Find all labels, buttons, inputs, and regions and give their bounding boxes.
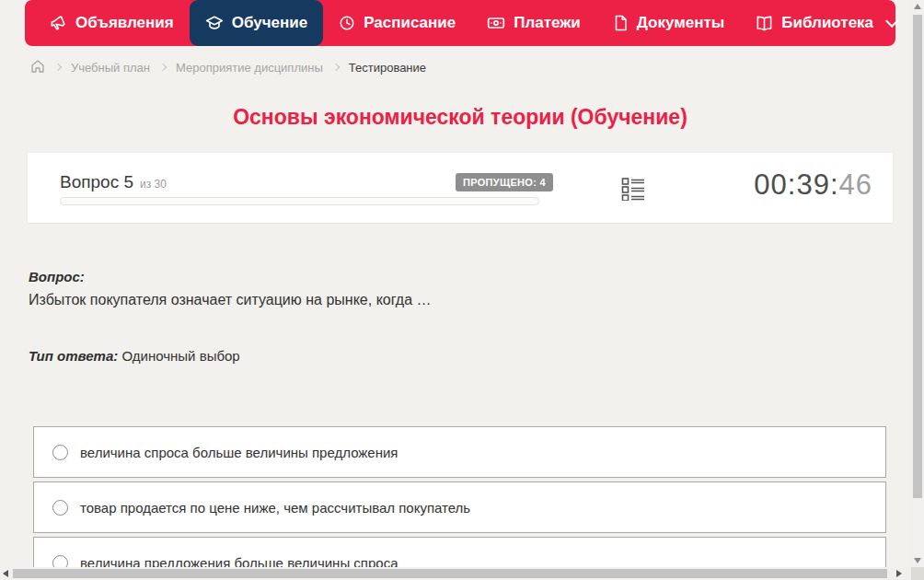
chevron-down-icon <box>885 15 898 28</box>
skipped-badge: ПРОПУЩЕНО: 4 <box>456 173 553 191</box>
nav-tab-announcements[interactable]: Объявления <box>34 0 190 46</box>
horizontal-scrollbar-thumb[interactable] <box>13 569 887 578</box>
breadcrumb: Учебный план Мероприятие дисциплины Тест… <box>30 57 426 77</box>
graduation-cap-icon <box>205 14 224 32</box>
answer-type-row: Тип ответа: Одиночный выбор <box>29 348 240 364</box>
nav-tab-label: Библиотека <box>781 14 873 32</box>
nav-tab-label: Платежи <box>514 14 581 32</box>
answer-type-label: Тип ответа: <box>29 348 118 364</box>
answer-type-value: Одиночный выбор <box>121 348 239 364</box>
page-title: Основы экономической теории (Обучение) <box>0 105 920 130</box>
megaphone-icon <box>50 15 67 32</box>
answer-option-2[interactable]: товар продается по цене ниже, чем рассчи… <box>33 481 886 533</box>
nav-tab-documents[interactable]: Документы <box>596 0 741 46</box>
open-book-icon <box>756 15 773 32</box>
timer-seconds: 46 <box>839 168 872 201</box>
scroll-down-arrow-icon[interactable] <box>914 558 921 563</box>
answer-option-label: товар продается по цене ниже, чем рассчи… <box>80 500 470 516</box>
timer: 00:39:46 <box>754 168 872 202</box>
nav-tab-label: Расписание <box>364 14 456 32</box>
breadcrumb-item-study-plan[interactable]: Учебный план <box>71 61 150 75</box>
question-status-card: Вопрос 5 из 30 ПРОПУЩЕНО: 4 00:39:46 <box>28 153 893 223</box>
chevron-right-icon <box>54 64 62 71</box>
top-navbar: Объявления Обучение Расписание Плат <box>25 0 895 46</box>
question-number: Вопрос 5 <box>60 172 133 192</box>
question-label: Вопрос: <box>29 269 85 284</box>
breadcrumb-item-testing: Тестирование <box>349 61 426 75</box>
nav-tab-payments[interactable]: Платежи <box>471 0 596 46</box>
vertical-scrollbar-thumb[interactable] <box>913 15 922 498</box>
question-total: из 30 <box>140 178 167 191</box>
question-text: Избыток покупателя означает ситуацию на … <box>29 292 432 308</box>
nav-tab-learning[interactable]: Обучение <box>190 0 323 46</box>
nav-tab-label: Документы <box>637 14 725 32</box>
breadcrumb-item-discipline-event[interactable]: Мероприятие дисциплины <box>176 61 323 75</box>
horizontal-scrollbar[interactable] <box>0 567 911 580</box>
chevron-right-icon <box>332 64 340 71</box>
question-number-row: Вопрос 5 из 30 <box>60 172 167 192</box>
question-list-icon[interactable] <box>621 177 645 201</box>
question-progress-bar <box>60 197 539 205</box>
nav-tab-label: Объявления <box>75 14 174 32</box>
clock-icon <box>339 15 355 31</box>
radio-button[interactable] <box>52 445 68 460</box>
nav-tab-label: Обучение <box>232 14 307 32</box>
scroll-left-arrow-icon[interactable] <box>3 570 8 577</box>
banknote-icon <box>487 14 505 32</box>
nav-tab-library[interactable]: Библиотека <box>740 0 910 46</box>
document-icon <box>612 15 629 31</box>
chevron-right-icon <box>159 64 167 71</box>
answer-option-1[interactable]: величина спроса больше величины предложе… <box>33 426 886 478</box>
nav-tab-schedule[interactable]: Расписание <box>323 0 471 46</box>
scroll-up-arrow-icon[interactable] <box>914 4 921 9</box>
radio-button[interactable] <box>52 500 68 516</box>
home-icon[interactable] <box>30 59 45 76</box>
vertical-scrollbar[interactable] <box>911 0 924 567</box>
answer-option-label: величина спроса больше величины предложе… <box>80 445 398 460</box>
scrollbar-corner <box>911 567 924 580</box>
timer-hours-minutes: 00:39: <box>754 168 838 201</box>
scroll-right-arrow-icon[interactable] <box>896 570 902 577</box>
